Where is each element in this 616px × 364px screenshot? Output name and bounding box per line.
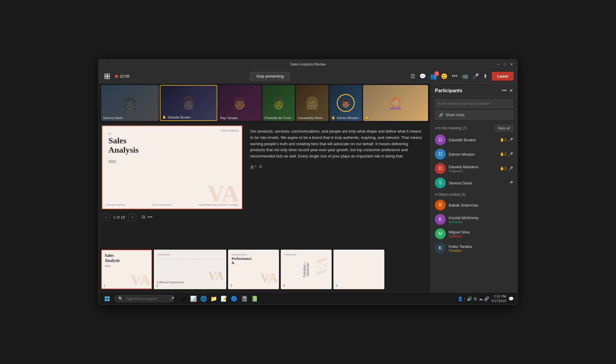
leave-button[interactable]: Leave	[492, 72, 514, 81]
svg-rect-4	[105, 296, 107, 298]
participant-name: Darren Mouton	[449, 152, 497, 157]
participant-info: Krystal McKinney Accepted	[449, 216, 513, 224]
participant-name: Krystal McKinney	[449, 216, 513, 220]
panel-close-button[interactable]: ✕	[509, 88, 513, 93]
slide-main: 01 Sales Analysis SalesAnalysis 2021 VA …	[102, 125, 245, 243]
maximize-button[interactable]: □	[503, 62, 507, 66]
participant-video: 👩🏿	[101, 85, 159, 121]
thumb-body: ........................................…	[157, 257, 223, 260]
participant-item-serena[interactable]: S Serena Davis 🎤	[431, 176, 517, 190]
participants-button[interactable]: 👥 3	[430, 73, 437, 80]
text-size-controls: A⁺ A	[250, 163, 423, 172]
participant-name: Daniela Mandera	[449, 165, 497, 169]
slide-content: 01 Sales Analysis SalesAnalysis 2021 VA …	[102, 126, 242, 209]
text-size-down-button[interactable]: A	[259, 163, 262, 172]
emoji-button[interactable]: 😊	[441, 73, 447, 80]
chat-button[interactable]: 💬	[419, 73, 426, 80]
share-invite-button[interactable]: 🔗 Share invite	[435, 110, 513, 119]
taskbar-app-tasks[interactable]: 🗂	[179, 295, 187, 303]
taskbar-app-powerpoint[interactable]: 📊	[189, 295, 198, 303]
thumb-wm: VA	[208, 269, 224, 283]
slide-thumbnail-3[interactable]: Sales Analysis Performance& VA 3	[228, 250, 279, 289]
footer-item-3: Digital Marketing Consumer Trending	[199, 204, 238, 206]
more-options-button[interactable]: •••	[452, 73, 457, 79]
participant-video: 👨	[219, 85, 261, 121]
panel-header-actions: ••• ✕	[502, 88, 513, 93]
participant-avatar: K	[435, 214, 446, 225]
invite-search-input[interactable]	[435, 99, 513, 108]
taskbar-app-word[interactable]: 📝	[220, 295, 228, 303]
panel-search	[431, 97, 517, 110]
video-thumb-ray[interactable]: 👨 Ray Tanaka	[219, 85, 261, 121]
mic-button[interactable]: 🎤	[472, 73, 479, 80]
video-label: ✋	[365, 116, 369, 120]
slide-more-button[interactable]: •••	[148, 214, 153, 220]
share-button[interactable]: ⬆	[483, 73, 488, 80]
thumb-content: Sales Analysis Performance& VA	[229, 250, 278, 289]
stop-presenting-button[interactable]: Stop presenting	[250, 72, 290, 81]
svg-rect-0	[105, 74, 107, 76]
participant-status: Tentative	[449, 249, 513, 252]
taskbar-app-teams[interactable]: 🔵	[230, 295, 238, 303]
taskbar-app-edge[interactable]: 🌐	[199, 295, 208, 303]
text-size-up-button[interactable]: A⁺	[250, 163, 257, 172]
video-thumb-serena[interactable]: 👩🏿 Serena Davis	[101, 85, 159, 121]
mic-icon: 🎤	[508, 166, 513, 171]
footer-item-1: Executive Review	[106, 204, 125, 206]
participant-info: Darren Mouton	[449, 152, 497, 157]
video-thumb-charlotte[interactable]: 👩 Charlotte de Crum	[263, 85, 295, 121]
next-slide-button[interactable]: ›	[128, 213, 136, 221]
participant-info: Daniela Mandera Organizer	[449, 165, 497, 173]
slide-thumbnail-1[interactable]: SalesAnalysis 2021 VA 1	[101, 250, 152, 289]
thumb-number: 5	[336, 284, 338, 287]
slide-thumbnail-2[interactable]: Introduction ...........................…	[154, 250, 226, 289]
participant-name: Ray Tanaka	[220, 116, 238, 120]
camera-button[interactable]: 📹	[462, 73, 468, 80]
grid-view-button[interactable]	[102, 72, 112, 81]
start-button[interactable]	[102, 294, 112, 304]
mute-all-button[interactable]: Mute all	[495, 125, 513, 131]
video-thumb-cassandra[interactable]: 👩🏼 Cassandra Dunn	[296, 85, 328, 121]
taskbar-app-files[interactable]: 📁	[210, 295, 218, 303]
video-thumb-danielle[interactable]: 👩🏽 ✋ Danielle Booker	[160, 85, 217, 121]
taskbar-app-onenote[interactable]: 📓	[240, 295, 248, 303]
mic-icon: 🎤	[508, 138, 513, 142]
participant-item-darren[interactable]: D Darren Mouton ✋2 🎤	[431, 147, 517, 161]
participant-item-keiko[interactable]: K Keiko Tanaka Tentative	[431, 241, 517, 255]
menu-button[interactable]: ☰	[410, 73, 415, 80]
participant-item-miguel[interactable]: M Miguel Silva Declined	[431, 227, 517, 241]
video-label: Ray Tanaka	[220, 116, 238, 120]
slide-copy-button[interactable]: ⧉	[142, 214, 145, 220]
taskbar-app-excel[interactable]: 📗	[250, 295, 259, 303]
close-button[interactable]: ✕	[509, 62, 514, 66]
participant-item-danielle[interactable]: D Danielle Booker ✋1 🎤	[431, 133, 517, 147]
thumb-label: Partnership	[284, 253, 328, 256]
participant-status: Accepted	[449, 220, 513, 224]
video-label: Serena Davis	[103, 116, 123, 120]
prev-slide-button[interactable]: ‹	[102, 213, 110, 221]
participant-item-daniela[interactable]: D Daniela Mandera Organizer ✋3 🎤	[431, 161, 517, 176]
notes-text: Our products, services, communications, …	[250, 128, 423, 160]
participant-item-krystal[interactable]: K Krystal McKinney Accepted	[431, 212, 517, 227]
participant-item-babak[interactable]: B Babak Shammas	[431, 198, 517, 212]
others-invited-header[interactable]: ▾ Others invited (3)	[435, 192, 513, 197]
participant-video: 👩🏼	[296, 85, 328, 121]
participant-avatar: S	[435, 178, 446, 188]
video-thumb-darren[interactable]: 👨🏾 ✋ Darren Mouton	[330, 85, 362, 121]
thumb-footer: Collective Experiences	[157, 281, 184, 284]
participant-avatar: B	[435, 200, 446, 210]
participant-avatar: K	[435, 243, 446, 254]
minimize-button[interactable]: ─	[496, 62, 500, 66]
taskbar-search[interactable]: 🔍 🎤	[114, 295, 174, 302]
slide-thumbnail-4[interactable]: Partnership Fabrikam – VanArsdel VA 4	[281, 250, 332, 289]
slide-thumbnail-5[interactable]: 5	[333, 250, 384, 289]
svg-rect-6	[105, 299, 107, 301]
notifications-button[interactable]: 💬	[509, 296, 514, 301]
hand-raise-icon: ✋	[162, 115, 166, 119]
taskbar-search-input[interactable]	[125, 297, 167, 301]
video-thumb-main[interactable]: 👩🏼‍🦰 ✋	[363, 85, 428, 121]
participant-name: Babak Shammas	[449, 203, 513, 207]
recording-indicator: 22:06	[115, 74, 130, 78]
speaker-notes: Our products, services, communications, …	[245, 125, 427, 243]
panel-more-button[interactable]: •••	[502, 88, 507, 93]
